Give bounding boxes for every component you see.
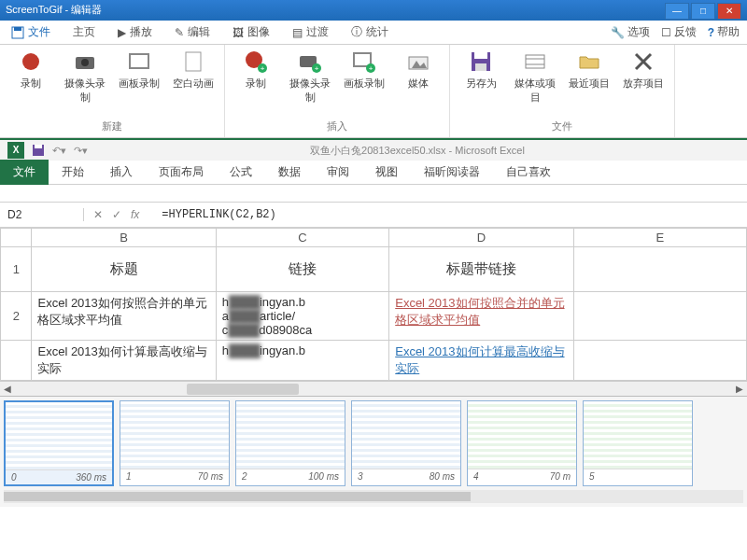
frame-item[interactable]: 0360 ms	[4, 400, 114, 486]
corner-cell[interactable]	[1, 229, 32, 247]
frame-timeline: 0360 ms 170 ms 2100 ms 380 ms 470 m 5	[0, 396, 747, 507]
cell-E3[interactable]	[573, 341, 746, 381]
excel-tab-review[interactable]: 审阅	[314, 160, 362, 185]
help-button[interactable]: ? 帮助	[708, 24, 740, 40]
row-header-3[interactable]	[1, 341, 32, 381]
floppy-icon	[469, 49, 493, 74]
cell-B3[interactable]: Excel 2013如何计算最高收缩与实际	[32, 341, 216, 381]
insert-board-button[interactable]: +画板录制	[341, 49, 388, 105]
window-subtitle: 编辑器	[71, 4, 102, 15]
cell-D2[interactable]: Excel 2013如何按照合并的单元格区域求平均值	[389, 292, 573, 341]
excel-tab-data[interactable]: 数据	[265, 160, 314, 185]
camera-plus-icon: +	[298, 49, 322, 74]
scroll-thumb[interactable]	[187, 384, 299, 395]
cell-B2[interactable]: Excel 2013如何按照合并的单元格区域求平均值	[32, 292, 216, 341]
svg-point-4	[81, 59, 89, 66]
scroll-left-icon[interactable]: ◀	[0, 382, 15, 397]
frame-item[interactable]: 2100 ms	[235, 400, 345, 486]
frame-thumbnail	[120, 401, 229, 469]
formula-input[interactable]: =HYPERLINK(C2,B2)	[156, 208, 747, 221]
feedback-button[interactable]: ☐ 反馈	[661, 24, 697, 40]
excel-tab-foxit[interactable]: 福昕阅读器	[411, 160, 493, 185]
minimize-button[interactable]: —	[665, 3, 689, 20]
svg-rect-27	[35, 145, 42, 148]
discard-button[interactable]: 放弃项目	[620, 49, 667, 105]
record-button[interactable]: 录制	[7, 49, 54, 105]
close-button[interactable]: ✕	[717, 3, 741, 20]
tab-stats[interactable]: ⓘ 统计	[340, 21, 400, 44]
cancel-formula-icon[interactable]: ✕	[93, 208, 103, 221]
recent-button[interactable]: 最近项目	[566, 49, 613, 105]
frame-thumbnail	[352, 401, 460, 469]
qat-save-icon[interactable]	[32, 144, 45, 157]
blank-anim-button[interactable]: 空白动画	[170, 49, 217, 105]
timeline-scrollbar[interactable]	[4, 490, 743, 503]
options-button[interactable]: 🔧 选项	[611, 24, 650, 40]
hyperlink[interactable]: Excel 2013如何按照合并的单元格区域求平均值	[395, 296, 564, 327]
tab-edit[interactable]: ✎ 编辑	[163, 21, 221, 44]
cell-D1[interactable]: 标题带链接	[389, 247, 573, 292]
qat-redo-icon[interactable]: ↷▾	[74, 145, 88, 157]
cell-E2[interactable]	[573, 292, 746, 341]
col-header-C[interactable]: C	[216, 229, 388, 247]
frame-thumbnail	[236, 401, 345, 469]
accept-formula-icon[interactable]: ✓	[112, 208, 121, 221]
frame-item[interactable]: 380 ms	[351, 400, 461, 486]
tab-home[interactable]: 主页	[62, 21, 106, 44]
board-plus-icon: +	[352, 49, 376, 74]
excel-tab-formula[interactable]: 公式	[217, 160, 265, 185]
excel-tab-custom[interactable]: 自己喜欢	[493, 160, 564, 185]
ribbon-group-insert: +录制 +摄像头录制 +画板录制 媒体 插入	[225, 45, 450, 137]
frame-thumbnail	[584, 401, 692, 469]
insert-webcam-button[interactable]: +摄像头录制	[287, 49, 333, 105]
cell-C3[interactable]: h████ingyan.b	[216, 341, 388, 381]
frame-item[interactable]: 170 ms	[120, 400, 230, 486]
excel-tab-view[interactable]: 视图	[362, 160, 411, 185]
frame-item[interactable]: 5	[583, 400, 693, 486]
frame-duration: 100 ms	[308, 471, 339, 482]
maximize-button[interactable]: □	[691, 3, 715, 20]
tab-image[interactable]: 🖼 图像	[221, 21, 281, 44]
row-header-2[interactable]: 2	[1, 292, 32, 341]
cell-C1[interactable]: 链接	[216, 247, 388, 292]
excel-tab-layout[interactable]: 页面布局	[146, 160, 217, 185]
hyperlink[interactable]: Excel 2013如何计算最高收缩与实际	[395, 344, 564, 375]
spreadsheet[interactable]: B C D E 1 标题 链接 标题带链接 2 Excel 2013如何按照合并…	[0, 228, 747, 381]
insert-media-button[interactable]: 媒体	[395, 49, 442, 105]
svg-rect-19	[474, 52, 487, 59]
timeline-thumb[interactable]	[4, 492, 471, 501]
excel-tab-insert[interactable]: 插入	[97, 160, 146, 185]
fx-icon[interactable]: fx	[131, 208, 147, 221]
row-header-1[interactable]: 1	[1, 247, 32, 292]
scroll-right-icon[interactable]: ▶	[732, 382, 747, 397]
board-record-button[interactable]: 画板录制	[116, 49, 162, 105]
saveas-button[interactable]: 另存为	[458, 49, 504, 105]
tab-file[interactable]: 文件	[0, 21, 62, 44]
tab-transition[interactable]: ▤ 过渡	[281, 21, 340, 44]
gif-tabbar: 文件 主页 ▶ 播放 ✎ 编辑 🖼 图像 ▤ 过渡 ⓘ 统计 🔧 选项 ☐ 反馈…	[0, 21, 747, 45]
excel-tab-file[interactable]: 文件	[0, 160, 49, 185]
cell-D3[interactable]: Excel 2013如何计算最高收缩与实际	[389, 341, 573, 381]
cell-B1[interactable]: 标题	[32, 247, 216, 292]
ribbon: 录制 摄像头录制 画板录制 空白动画 新建 +录制 +摄像头录制 +画板录制 媒…	[0, 45, 747, 138]
cell-E1[interactable]	[573, 247, 746, 292]
excel-titlebar: X ↶▾ ↷▾ 双鱼小白兔20813excel50.xlsx - Microso…	[0, 138, 747, 161]
frame-item[interactable]: 470 m	[467, 400, 577, 486]
frame-index: 2	[242, 471, 247, 482]
mediaproj-button[interactable]: 媒体或项目	[512, 49, 558, 105]
group-label-file: 文件	[458, 119, 667, 133]
horizontal-scrollbar[interactable]: ◀ ▶	[0, 381, 747, 396]
col-header-D[interactable]: D	[389, 229, 573, 247]
frame-thumbnail	[6, 402, 112, 469]
excel-tab-home[interactable]: 开始	[49, 160, 97, 185]
ribbon-group-new: 录制 摄像头录制 画板录制 空白动画 新建	[0, 45, 225, 137]
col-header-B[interactable]: B	[32, 229, 216, 247]
col-header-E[interactable]: E	[573, 229, 746, 247]
insert-record-button[interactable]: +录制	[233, 49, 279, 105]
tab-play[interactable]: ▶ 播放	[106, 21, 163, 44]
qat-undo-icon[interactable]: ↶▾	[52, 145, 66, 157]
webcam-record-button[interactable]: 摄像头录制	[62, 49, 108, 105]
formula-bar: D2 ✕ ✓ fx =HYPERLINK(C2,B2)	[0, 202, 747, 228]
name-box[interactable]: D2	[0, 208, 84, 221]
cell-C2[interactable]: h████ingyan.b a████article/ c████d08908c…	[216, 292, 388, 341]
